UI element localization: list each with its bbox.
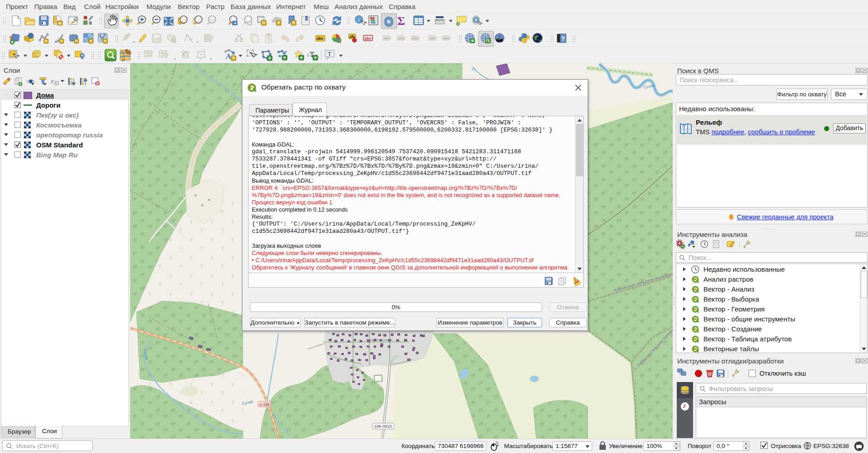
- svg-text:abc: abc: [443, 36, 450, 40]
- svg-text:abc: abc: [316, 36, 324, 41]
- svg-text:abc: abc: [429, 36, 436, 40]
- svg-text:abc: abc: [364, 36, 372, 41]
- svg-text:i: i: [358, 17, 359, 22]
- svg-text:1:1: 1:1: [210, 18, 214, 21]
- svg-text:16К-0910: 16К-0910: [374, 424, 392, 429]
- svg-text:ε: ε: [51, 78, 54, 85]
- svg-text:a: a: [89, 19, 92, 26]
- svg-text:?: ?: [561, 35, 565, 42]
- svg-text:abc: abc: [384, 36, 390, 40]
- svg-text:А-295: А-295: [259, 402, 270, 407]
- svg-text:Σ: Σ: [397, 14, 405, 28]
- svg-text:T: T: [328, 50, 331, 57]
- svg-text:A: A: [226, 52, 231, 61]
- svg-text:abc: abc: [412, 36, 419, 40]
- svg-text:abc: abc: [398, 36, 405, 40]
